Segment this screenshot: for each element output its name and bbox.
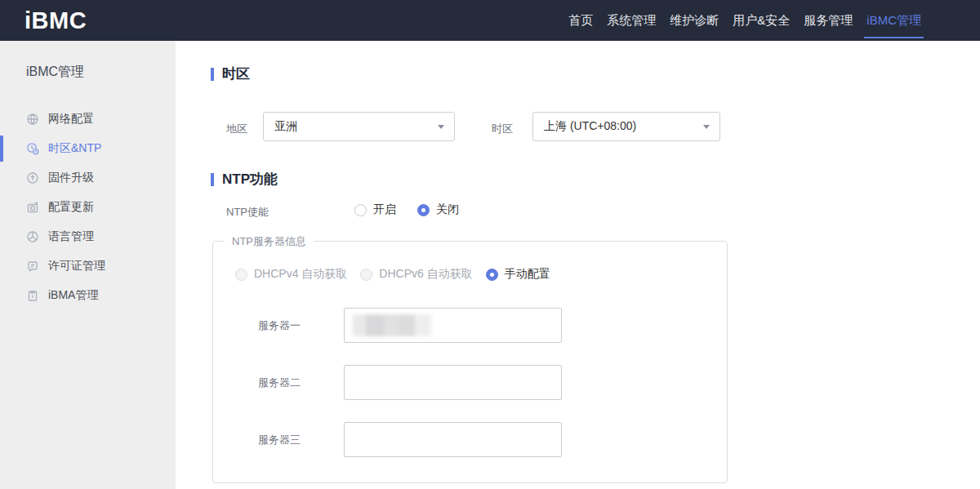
radio-icon <box>354 204 367 216</box>
nav-item-home[interactable]: 首页 <box>568 0 593 41</box>
sidebar-item-network-config[interactable]: 网络配置 <box>0 104 176 134</box>
section-accent-bar <box>211 173 214 186</box>
section-accent-bar <box>211 68 214 81</box>
ntp-enable-label: NTP使能 <box>226 205 269 220</box>
nav-item-system-management[interactable]: 系统管理 <box>607 0 656 41</box>
radio-label: 开启 <box>373 202 396 217</box>
sidebar-item-timezone-ntp[interactable]: 时区&NTP <box>0 134 176 163</box>
radio-icon <box>486 269 498 281</box>
section-title-text: NTP功能 <box>222 170 278 189</box>
sidebar-item-label: 网络配置 <box>48 112 94 127</box>
sidebar-title: iBMC管理 <box>0 41 176 81</box>
nav-item-service-management[interactable]: 服务管理 <box>804 0 853 41</box>
sidebar-item-label: 固件升级 <box>48 171 94 185</box>
timezone-select-value: 上海 (UTC+08:00) <box>544 119 636 134</box>
chevron-down-icon <box>438 125 444 129</box>
section-title-text: 时区 <box>222 64 250 83</box>
ntp-server-info-legend: NTP服务器信息 <box>225 234 314 248</box>
timezone-select[interactable]: 上海 (UTC+08:00) <box>532 112 720 141</box>
config-update-icon <box>26 201 39 214</box>
server-one-row: 服务器一 <box>258 308 562 343</box>
sidebar-item-label: 配置更新 <box>48 200 94 215</box>
app-logo: iBMC <box>24 7 87 34</box>
server-two-label: 服务器二 <box>258 376 344 390</box>
ntp-section-title: NTP功能 <box>211 170 278 189</box>
sidebar-item-ibma-management[interactable]: iBMA管理 <box>0 281 176 310</box>
radio-label: 手动配置 <box>505 267 550 282</box>
license-icon <box>26 260 39 273</box>
ibma-icon <box>26 289 39 302</box>
sidebar-item-label: 语言管理 <box>48 229 94 244</box>
radio-ntp-off[interactable]: 关闭 <box>417 202 459 217</box>
sidebar-menu: 网络配置 时区&NTP 固件升级 配置更 <box>0 104 176 310</box>
ntp-server-info-group: NTP服务器信息 DHCPv4 自动获取 DHCPv6 自动获取 手动配置 服务… <box>212 241 728 483</box>
firmware-upgrade-icon <box>26 171 39 184</box>
radio-icon <box>235 269 247 281</box>
sidebar-item-label: 时区&NTP <box>48 141 101 156</box>
radio-icon <box>417 204 430 216</box>
server-one-label: 服务器一 <box>258 318 344 333</box>
server-two-input[interactable] <box>344 365 562 400</box>
server-one-redacted-value <box>353 314 431 336</box>
sidebar-item-license-management[interactable]: 许可证管理 <box>0 251 176 281</box>
region-select-value: 亚洲 <box>274 119 297 134</box>
region-label: 地区 <box>226 122 247 136</box>
radio-dhcpv4-auto[interactable]: DHCPv4 自动获取 <box>235 267 347 282</box>
timezone-label: 时区 <box>492 122 513 136</box>
sidebar-item-language-management[interactable]: 语言管理 <box>0 222 176 251</box>
server-three-label: 服务器三 <box>258 433 344 447</box>
radio-label: 关闭 <box>436 202 459 217</box>
sidebar-item-label: iBMA管理 <box>48 288 98 303</box>
sidebar-item-label: 许可证管理 <box>48 259 105 273</box>
server-three-row: 服务器三 <box>258 422 562 457</box>
sidebar-item-config-update[interactable]: 配置更新 <box>0 193 176 222</box>
chevron-down-icon <box>703 125 710 129</box>
timezone-icon <box>26 142 39 155</box>
sidebar: iBMC管理 网络配置 时区&NTP 固件升 <box>0 41 176 489</box>
region-select[interactable]: 亚洲 <box>263 112 455 141</box>
nav-item-maintenance-diagnostics[interactable]: 维护诊断 <box>670 0 719 41</box>
radio-icon <box>360 269 372 281</box>
ntp-server-mode-radio-group: DHCPv4 自动获取 DHCPv6 自动获取 手动配置 <box>235 267 550 282</box>
radio-ntp-on[interactable]: 开启 <box>354 202 396 217</box>
top-nav-menu: 首页 系统管理 维护诊断 用户&安全 服务管理 iBMC管理 <box>568 0 921 41</box>
server-three-input[interactable] <box>344 422 562 457</box>
radio-dhcpv6-auto[interactable]: DHCPv6 自动获取 <box>360 267 472 282</box>
main-content: 时区 地区 亚洲 时区 上海 (UTC+08:00) NTP功能 NTP使能 开… <box>176 41 980 489</box>
language-icon <box>26 230 39 243</box>
radio-manual-config[interactable]: 手动配置 <box>486 267 550 282</box>
timezone-section-title: 时区 <box>211 64 250 83</box>
sidebar-item-firmware-upgrade[interactable]: 固件升级 <box>0 163 176 193</box>
nav-item-user-security[interactable]: 用户&安全 <box>733 0 790 41</box>
nav-item-ibmc-management[interactable]: iBMC管理 <box>866 0 921 41</box>
network-icon <box>26 113 39 126</box>
server-two-row: 服务器二 <box>258 365 562 400</box>
ntp-enable-radio-group: 开启 关闭 <box>354 202 459 217</box>
top-navbar: iBMC 首页 系统管理 维护诊断 用户&安全 服务管理 iBMC管理 <box>0 0 980 41</box>
radio-label: DHCPv4 自动获取 <box>254 267 347 282</box>
radio-label: DHCPv6 自动获取 <box>379 267 472 282</box>
server-one-input[interactable] <box>344 308 562 343</box>
